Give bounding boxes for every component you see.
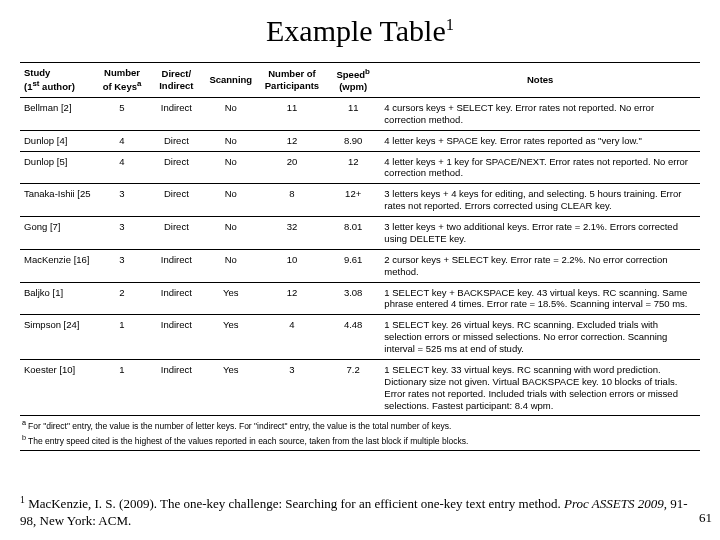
cell-scan: No	[204, 130, 258, 151]
cell-notes: 1 SELECT key. 33 virtual keys. RC scanni…	[380, 359, 700, 416]
cell-di: Indirect	[149, 359, 203, 416]
citation: 1 MacKenzie, I. S. (2009). The one-key c…	[20, 494, 690, 530]
cell-scan: No	[204, 97, 258, 130]
cell-part: 11	[258, 97, 326, 130]
cell-speed: 3.08	[326, 282, 380, 315]
cell-speed: 8.01	[326, 217, 380, 250]
cell-study: Baljko [1]	[20, 282, 95, 315]
cell-keys: 4	[95, 130, 149, 151]
cell-scan: Yes	[204, 315, 258, 360]
cell-speed: 7.2	[326, 359, 380, 416]
table-row: Koester [10]1IndirectYes37.21 SELECT key…	[20, 359, 700, 416]
cell-di: Direct	[149, 151, 203, 184]
cell-keys: 3	[95, 184, 149, 217]
table-row: Bellman [2]5IndirectNo11114 cursors keys…	[20, 97, 700, 130]
cell-scan: Yes	[204, 282, 258, 315]
table-row: MacKenzie [16]3IndirectNo109.612 cursor …	[20, 249, 700, 282]
slide-title: Example Table1	[20, 14, 700, 48]
table-row: Gong [7]3DirectNo328.013 letter keys + t…	[20, 217, 700, 250]
cell-keys: 3	[95, 217, 149, 250]
cell-study: Dunlop [5]	[20, 151, 95, 184]
cell-di: Indirect	[149, 249, 203, 282]
cell-part: 4	[258, 315, 326, 360]
table-row: Dunlop [5]4DirectNo20124 letter keys + 1…	[20, 151, 700, 184]
cell-study: Dunlop [4]	[20, 130, 95, 151]
cell-speed: 8.90	[326, 130, 380, 151]
cell-notes: 4 letter keys + 1 key for SPACE/NEXT. Er…	[380, 151, 700, 184]
page-number: 61	[699, 510, 712, 526]
cell-keys: 1	[95, 315, 149, 360]
cell-part: 12	[258, 130, 326, 151]
th-keys: Number of Keysa	[95, 63, 149, 98]
cell-di: Direct	[149, 217, 203, 250]
cell-notes: 4 cursors keys + SELECT key. Error rates…	[380, 97, 700, 130]
cell-speed: 12+	[326, 184, 380, 217]
cell-di: Indirect	[149, 282, 203, 315]
cell-di: Indirect	[149, 97, 203, 130]
cell-part: 32	[258, 217, 326, 250]
cell-keys: 4	[95, 151, 149, 184]
cell-part: 8	[258, 184, 326, 217]
cell-part: 20	[258, 151, 326, 184]
cell-speed: 9.61	[326, 249, 380, 282]
cell-di: Direct	[149, 130, 203, 151]
th-di: Direct/ Indirect	[149, 63, 203, 98]
cell-study: Simpson [24]	[20, 315, 95, 360]
cell-scan: No	[204, 151, 258, 184]
cell-part: 10	[258, 249, 326, 282]
th-scan: Scanning	[204, 63, 258, 98]
cell-notes: 3 letter keys + two additional keys. Err…	[380, 217, 700, 250]
cell-study: MacKenzie [16]	[20, 249, 95, 282]
cell-notes: 4 letter keys + SPACE key. Error rates r…	[380, 130, 700, 151]
cell-keys: 2	[95, 282, 149, 315]
cell-keys: 5	[95, 97, 149, 130]
table-row: Tanaka-Ishii [253DirectNo812+3 letters k…	[20, 184, 700, 217]
table-row: Baljko [1]2IndirectYes123.081 SELECT key…	[20, 282, 700, 315]
cell-study: Gong [7]	[20, 217, 95, 250]
cell-di: Direct	[149, 184, 203, 217]
cell-keys: 1	[95, 359, 149, 416]
cell-speed: 4.48	[326, 315, 380, 360]
th-study: Study (1st author)	[20, 63, 95, 98]
cell-speed: 11	[326, 97, 380, 130]
table-footnotes: a For "direct" entry, the value is the n…	[20, 416, 700, 451]
cell-study: Koester [10]	[20, 359, 95, 416]
cell-scan: No	[204, 217, 258, 250]
table-row: Dunlop [4]4DirectNo128.904 letter keys +…	[20, 130, 700, 151]
cell-study: Tanaka-Ishii [25	[20, 184, 95, 217]
cell-di: Indirect	[149, 315, 203, 360]
cell-part: 3	[258, 359, 326, 416]
th-part: Number of Participants	[258, 63, 326, 98]
cell-scan: Yes	[204, 359, 258, 416]
cell-notes: 3 letters keys + 4 keys for editing, and…	[380, 184, 700, 217]
cell-speed: 12	[326, 151, 380, 184]
th-notes: Notes	[380, 63, 700, 98]
th-speed: Speedb(wpm)	[326, 63, 380, 98]
cell-scan: No	[204, 249, 258, 282]
cell-notes: 1 SELECT key + BACKSPACE key. 43 virtual…	[380, 282, 700, 315]
cell-keys: 3	[95, 249, 149, 282]
cell-notes: 1 SELECT key. 26 virtual keys. RC scanni…	[380, 315, 700, 360]
cell-notes: 2 cursor keys + SELECT key. Error rate =…	[380, 249, 700, 282]
example-table: Study (1st author) Number of Keysa Direc…	[20, 62, 700, 416]
cell-study: Bellman [2]	[20, 97, 95, 130]
table-row: Simpson [24]1IndirectYes44.481 SELECT ke…	[20, 315, 700, 360]
cell-part: 12	[258, 282, 326, 315]
cell-scan: No	[204, 184, 258, 217]
